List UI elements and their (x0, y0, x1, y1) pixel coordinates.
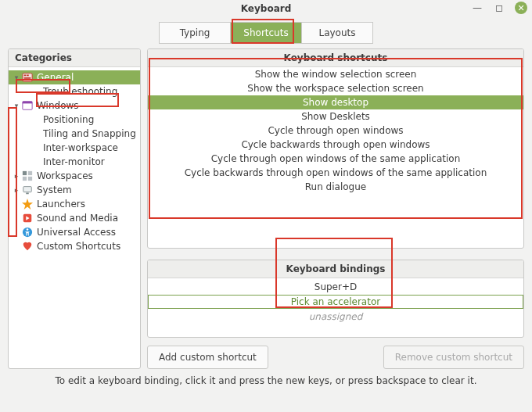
category-row[interactable]: Inter-monitor (9, 155, 140, 169)
shortcuts-header: Keyboard shortcuts (148, 49, 523, 67)
svg-rect-8 (23, 177, 27, 181)
category-row[interactable]: ▾General (9, 70, 140, 84)
sound-icon (21, 212, 34, 224)
category-label: Inter-monitor (43, 156, 105, 167)
category-row[interactable]: Sound and Media (9, 211, 140, 225)
shortcut-row[interactable]: Cycle backwards through open windows (148, 138, 523, 152)
shortcuts-panel: Keyboard shortcuts Show the window selec… (147, 48, 524, 249)
close-button[interactable]: ✕ (515, 2, 527, 14)
category-label: Workspaces (37, 170, 93, 181)
category-row[interactable]: Troubleshooting (9, 84, 140, 99)
svg-point-15 (27, 228, 29, 231)
category-row[interactable]: ▸System (9, 183, 140, 197)
ua-icon (21, 226, 34, 238)
expander-icon[interactable]: ▸ (12, 172, 21, 180)
svg-rect-3 (24, 77, 31, 79)
svg-rect-7 (28, 171, 32, 175)
category-row[interactable]: ▾Windows (9, 99, 140, 113)
binding-row[interactable]: Super+D (148, 280, 523, 294)
svg-rect-6 (23, 171, 27, 175)
svg-rect-5 (23, 102, 32, 104)
category-label: System (37, 185, 72, 195)
bindings-header: Keyboard bindings (148, 260, 523, 278)
hint-text: To edit a keyboard binding, click it and… (0, 375, 532, 386)
tab-shortcuts[interactable]: Shortcuts (230, 22, 302, 44)
category-label: Positioning (43, 114, 94, 125)
tab-strip: TypingShortcutsLayouts (0, 17, 532, 48)
category-row[interactable]: Launchers (9, 197, 140, 211)
shortcut-row[interactable]: Cycle through open windows of the same a… (148, 152, 523, 166)
minimize-button[interactable]: — (471, 2, 483, 14)
add-custom-shortcut-button[interactable]: Add custom shortcut (147, 346, 268, 369)
shortcut-row[interactable]: Show the window selection screen (148, 67, 523, 81)
category-row[interactable]: Custom Shortcuts (9, 239, 140, 253)
bindings-panel: Keyboard bindings Super+DPick an acceler… (147, 260, 524, 338)
expander-icon[interactable]: ▾ (12, 102, 21, 109)
category-label: Sound and Media (37, 213, 118, 224)
svg-rect-11 (26, 193, 29, 195)
category-row[interactable]: Universal Access (9, 225, 140, 239)
shortcut-row[interactable]: Cycle through open windows (148, 124, 523, 138)
binding-row[interactable]: unassigned (148, 310, 523, 324)
right-column: Keyboard shortcuts Show the window selec… (147, 48, 524, 369)
main-area: Categories ▾GeneralTroubleshooting▾Windo… (0, 48, 532, 369)
svg-rect-2 (27, 75, 29, 77)
workspaces-icon (21, 170, 34, 182)
window-title: Keyboard (241, 3, 292, 14)
launchers-icon (21, 198, 34, 210)
expander-icon[interactable]: ▾ (12, 73, 21, 81)
shortcuts-list[interactable]: Show the window selection screenShow the… (148, 67, 523, 248)
tab-typing[interactable]: Typing (159, 22, 231, 44)
shortcut-row[interactable]: Cycle backwards through open windows of … (148, 166, 523, 180)
svg-rect-9 (28, 177, 32, 181)
bindings-list[interactable]: Super+DPick an acceleratorunassigned (148, 278, 523, 337)
svg-rect-10 (23, 187, 32, 192)
categories-tree[interactable]: ▾GeneralTroubleshooting▾WindowsPositioni… (9, 67, 140, 368)
categories-panel: Categories ▾GeneralTroubleshooting▾Windo… (8, 48, 141, 369)
category-label: Windows (37, 100, 79, 111)
category-row[interactable]: Positioning (9, 113, 140, 127)
shortcut-row[interactable]: Run dialogue (148, 180, 523, 194)
general-icon (21, 71, 34, 84)
shortcut-row[interactable]: Show the workspace selection screen (148, 81, 523, 95)
category-row[interactable]: Tiling and Snapping (9, 127, 140, 141)
categories-header: Categories (9, 49, 140, 67)
binding-row[interactable]: Pick an accelerator (148, 295, 523, 309)
button-row: Add custom shortcut Remove custom shortc… (147, 346, 524, 369)
category-label: Troubleshooting (43, 86, 117, 97)
expander-icon[interactable]: ▸ (12, 186, 21, 194)
category-label: Launchers (37, 199, 85, 210)
category-label: Custom Shortcuts (37, 241, 120, 252)
svg-rect-1 (24, 75, 27, 77)
window-controls: — ◻ ✕ (471, 2, 527, 14)
shortcut-row[interactable]: Show Desklets (148, 109, 523, 124)
category-label: Inter-workspace (43, 142, 118, 153)
category-row[interactable]: ▸Workspaces (9, 169, 140, 183)
tab-layouts[interactable]: Layouts (301, 22, 373, 44)
category-label: General (37, 72, 74, 83)
remove-custom-shortcut-button: Remove custom shortcut (383, 346, 524, 369)
windows-icon (21, 99, 34, 112)
system-icon (21, 184, 34, 196)
custom-icon (21, 240, 34, 253)
titlebar: Keyboard — ◻ ✕ (0, 0, 532, 17)
category-row[interactable]: Inter-workspace (9, 141, 140, 155)
shortcut-row[interactable]: Show desktop (148, 95, 523, 109)
maximize-button[interactable]: ◻ (493, 2, 505, 14)
category-label: Universal Access (37, 227, 116, 238)
category-label: Tiling and Snapping (43, 128, 136, 139)
